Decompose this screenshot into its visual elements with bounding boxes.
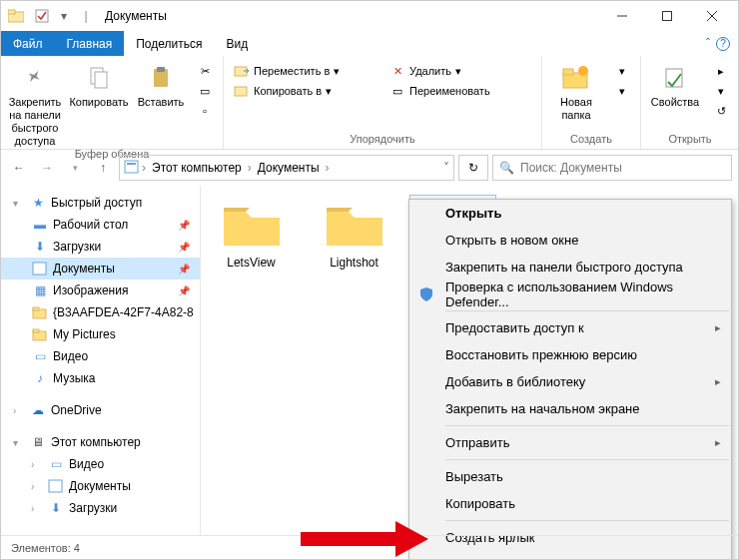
pictures-icon: ▦ [31, 281, 49, 299]
new-folder-button[interactable]: Новая папка [548, 58, 604, 122]
ribbon-collapse-icon[interactable]: ˆ [706, 37, 710, 51]
chevron-right-icon: ▸ [715, 436, 721, 449]
help-icon[interactable]: ? [716, 37, 730, 51]
properties-button[interactable]: Свойства [647, 58, 703, 109]
rename-icon: ▭ [389, 83, 405, 99]
sidebar-desktop[interactable]: ▬Рабочий стол📌 [1, 214, 200, 236]
move-to-button[interactable]: Переместить в ▾ [230, 62, 379, 80]
cut-small-button[interactable]: ✂ [193, 62, 217, 80]
sidebar-tp-documents[interactable]: ›Документы [1, 475, 200, 497]
pin-icon: 📌 [178, 242, 200, 253]
svg-rect-24 [33, 263, 46, 275]
new-folder-icon [560, 62, 592, 94]
path-box[interactable]: › Этот компьютер › Документы › ˅ [119, 155, 454, 181]
folder-name: LetsView [227, 256, 275, 270]
up-button[interactable]: ↑ [91, 156, 115, 180]
easy-access-button[interactable]: ▾ [610, 82, 634, 100]
ctx-give-access[interactable]: Предоставить доступ к▸ [409, 314, 731, 341]
tab-share[interactable]: Поделиться [124, 31, 214, 56]
sidebar-tp-video[interactable]: ›▭Видео [1, 453, 200, 475]
sidebar-my-pictures[interactable]: My Pictures [1, 323, 200, 345]
sidebar-guid-folder[interactable]: {B3AAFDEA-42F7-4A82-8 [1, 301, 200, 323]
ctx-pin-quick-access[interactable]: Закрепить на панели быстрого доступа [409, 254, 731, 280]
path-this-pc[interactable]: Этот компьютер [148, 161, 246, 175]
folder-name: Lightshot [330, 256, 378, 270]
forward-button[interactable]: → [35, 156, 59, 180]
pin-icon [19, 62, 51, 94]
ctx-send-to[interactable]: Отправить▸ [409, 429, 731, 456]
app-icon [5, 5, 27, 27]
search-box[interactable]: 🔍 Поиск: Документы [492, 155, 732, 181]
back-button[interactable]: ← [7, 156, 31, 180]
svg-rect-28 [33, 329, 39, 332]
sidebar-pictures[interactable]: ▦Изображения📌 [1, 280, 200, 301]
downloads-icon: ⬇ [47, 499, 65, 517]
copy-button[interactable]: Копировать [69, 58, 129, 109]
chevron-right-icon[interactable]: › [326, 161, 330, 175]
rename-button[interactable]: ▭Переименовать [385, 82, 535, 100]
ctx-pin-start[interactable]: Закрепить на начальном экране [409, 395, 731, 422]
sidebar-downloads[interactable]: ⬇Загрузки📌 [1, 236, 200, 258]
paste-shortcut-button[interactable]: ▫ [193, 102, 217, 120]
group-open-label: Открыть [668, 133, 711, 147]
history-button[interactable]: ↺ [709, 102, 733, 120]
pin-icon: 📌 [178, 264, 200, 275]
chevron-right-icon[interactable]: › [248, 161, 252, 175]
status-bar: Элементов: 4 [1, 535, 738, 559]
new-item-button[interactable]: ▾ [610, 62, 634, 80]
paste-button[interactable]: Вставить [135, 58, 187, 109]
sidebar-documents[interactable]: Документы📌 [1, 258, 200, 280]
copy-icon [83, 62, 115, 94]
svg-rect-26 [33, 307, 39, 310]
sidebar-quick-access[interactable]: ▾★Быстрый доступ [1, 192, 200, 214]
documents-icon [31, 260, 49, 278]
svg-rect-23 [127, 163, 136, 165]
sidebar-this-pc[interactable]: ▾🖥Этот компьютер [1, 431, 200, 453]
context-menu: Открыть Открыть в новом окне Закрепить н… [408, 199, 732, 560]
ctx-add-library[interactable]: Добавить в библиотеку▸ [409, 368, 731, 395]
recent-button[interactable]: ▾ [63, 156, 87, 180]
open-button[interactable]: ▸ [709, 62, 733, 80]
chevron-right-icon: ▸ [715, 321, 721, 334]
qat-dropdown-icon[interactable]: ▾ [57, 5, 71, 27]
path-dropdown-icon[interactable]: ˅ [443, 161, 449, 175]
sidebar-onedrive[interactable]: ›☁OneDrive [1, 399, 200, 421]
ctx-open-new-window[interactable]: Открыть в новом окне [409, 227, 731, 254]
folder-item[interactable]: Lightshot [312, 200, 396, 270]
tab-view[interactable]: Вид [214, 31, 260, 56]
ctx-cut[interactable]: Вырезать [409, 463, 731, 490]
tab-file[interactable]: Файл [1, 31, 55, 56]
path-documents[interactable]: Документы [254, 161, 324, 175]
copy-to-button[interactable]: Копировать в ▾ [230, 82, 379, 100]
maximize-button[interactable] [644, 1, 689, 31]
refresh-button[interactable]: ↻ [458, 155, 488, 181]
sidebar-video[interactable]: ▭Видео [1, 345, 200, 367]
folder-icon [323, 200, 386, 250]
chevron-right-icon[interactable]: › [142, 161, 146, 175]
tab-home[interactable]: Главная [55, 31, 125, 56]
close-button[interactable] [689, 1, 734, 31]
minimize-button[interactable] [599, 1, 644, 31]
scissors-icon: ✂ [197, 63, 213, 79]
copy-path-button[interactable]: ▭ [193, 82, 217, 100]
move-to-icon [234, 63, 250, 79]
video-icon: ▭ [47, 455, 65, 473]
ctx-copy[interactable]: Копировать [409, 490, 731, 517]
onedrive-icon: ☁ [29, 401, 47, 419]
svg-rect-4 [662, 12, 671, 21]
pin-icon: 📌 [178, 285, 200, 296]
edit-button[interactable]: ▾ [709, 82, 733, 100]
ctx-restore-version[interactable]: Восстановить прежнюю версию [409, 341, 731, 368]
desktop-icon: ▬ [31, 216, 49, 234]
music-icon: ♪ [31, 369, 49, 387]
ctx-open[interactable]: Открыть [409, 200, 731, 227]
delete-button[interactable]: ✕Удалить ▾ [385, 62, 535, 80]
folder-item[interactable]: LetsView [209, 200, 294, 270]
path-icon: ▭ [197, 83, 213, 99]
ctx-windows-defender[interactable]: Проверка с использованием Windows Defend… [409, 280, 731, 307]
nav-pane: ▾★Быстрый доступ ▬Рабочий стол📌 ⬇Загрузк… [1, 186, 201, 535]
qat-properties-icon[interactable] [31, 5, 53, 27]
sidebar-music[interactable]: ♪Музыка [1, 367, 200, 389]
pin-quick-access-button[interactable]: Закрепить на панели быстрого доступа [7, 58, 63, 148]
sidebar-tp-downloads[interactable]: ›⬇Загрузки [1, 497, 200, 519]
